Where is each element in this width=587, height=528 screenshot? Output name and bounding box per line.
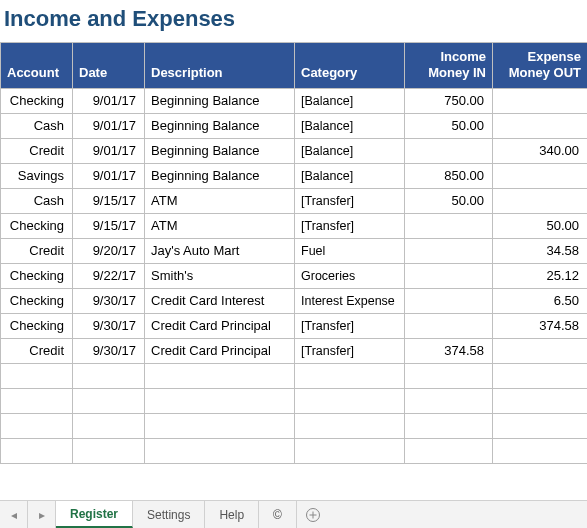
table-row[interactable] bbox=[1, 363, 588, 388]
cell-category[interactable]: [Transfer] bbox=[295, 213, 405, 238]
cell-description[interactable]: Jay's Auto Mart bbox=[145, 238, 295, 263]
cell-date[interactable] bbox=[73, 363, 145, 388]
table-row[interactable]: Checking9/30/17Credit Card Principal[Tra… bbox=[1, 313, 588, 338]
cell-date[interactable]: 9/01/17 bbox=[73, 138, 145, 163]
cell-category[interactable] bbox=[295, 438, 405, 463]
cell-income[interactable] bbox=[405, 388, 493, 413]
cell-description[interactable] bbox=[145, 363, 295, 388]
cell-account[interactable] bbox=[1, 438, 73, 463]
col-description[interactable]: Description bbox=[145, 43, 295, 89]
sheet-tab[interactable]: © bbox=[259, 501, 297, 528]
cell-expense[interactable]: 6.50 bbox=[493, 288, 588, 313]
cell-income[interactable] bbox=[405, 413, 493, 438]
transactions-table[interactable]: Account Date Description Category Income… bbox=[0, 42, 587, 464]
cell-date[interactable] bbox=[73, 413, 145, 438]
cell-category[interactable]: Fuel bbox=[295, 238, 405, 263]
cell-date[interactable]: 9/15/17 bbox=[73, 213, 145, 238]
cell-description[interactable]: Credit Card Principal bbox=[145, 313, 295, 338]
cell-expense[interactable] bbox=[493, 388, 588, 413]
cell-expense[interactable] bbox=[493, 163, 588, 188]
cell-category[interactable] bbox=[295, 388, 405, 413]
cell-income[interactable] bbox=[405, 238, 493, 263]
tab-nav-next[interactable]: ▸ bbox=[28, 501, 56, 528]
cell-expense[interactable]: 340.00 bbox=[493, 138, 588, 163]
cell-date[interactable]: 9/30/17 bbox=[73, 313, 145, 338]
cell-income[interactable]: 850.00 bbox=[405, 163, 493, 188]
table-row[interactable]: Credit9/20/17Jay's Auto MartFuel34.58 bbox=[1, 238, 588, 263]
table-row[interactable] bbox=[1, 388, 588, 413]
cell-account[interactable]: Cash bbox=[1, 188, 73, 213]
cell-category[interactable]: Interest Expense bbox=[295, 288, 405, 313]
cell-date[interactable]: 9/30/17 bbox=[73, 288, 145, 313]
cell-category[interactable] bbox=[295, 413, 405, 438]
cell-category[interactable]: [Balance] bbox=[295, 113, 405, 138]
cell-date[interactable]: 9/01/17 bbox=[73, 113, 145, 138]
cell-account[interactable]: Credit bbox=[1, 238, 73, 263]
cell-description[interactable]: Smith's bbox=[145, 263, 295, 288]
sheet-tab[interactable]: Register bbox=[56, 501, 133, 528]
cell-account[interactable]: Credit bbox=[1, 138, 73, 163]
cell-description[interactable] bbox=[145, 413, 295, 438]
table-row[interactable]: Credit9/30/17Credit Card Principal[Trans… bbox=[1, 338, 588, 363]
cell-date[interactable]: 9/20/17 bbox=[73, 238, 145, 263]
table-row[interactable]: Cash9/15/17ATM[Transfer]50.00 bbox=[1, 188, 588, 213]
tab-nav-prev[interactable]: ◂ bbox=[0, 501, 28, 528]
cell-income[interactable] bbox=[405, 438, 493, 463]
cell-date[interactable]: 9/30/17 bbox=[73, 338, 145, 363]
cell-expense[interactable] bbox=[493, 363, 588, 388]
cell-category[interactable]: [Balance] bbox=[295, 163, 405, 188]
cell-account[interactable] bbox=[1, 363, 73, 388]
cell-category[interactable]: [Balance] bbox=[295, 88, 405, 113]
cell-income[interactable] bbox=[405, 263, 493, 288]
cell-income[interactable] bbox=[405, 288, 493, 313]
cell-description[interactable] bbox=[145, 388, 295, 413]
cell-income[interactable]: 374.58 bbox=[405, 338, 493, 363]
cell-expense[interactable] bbox=[493, 438, 588, 463]
cell-category[interactable]: [Transfer] bbox=[295, 313, 405, 338]
cell-description[interactable]: Credit Card Interest bbox=[145, 288, 295, 313]
table-row[interactable]: Checking9/15/17ATM[Transfer]50.00 bbox=[1, 213, 588, 238]
cell-category[interactable]: [Balance] bbox=[295, 138, 405, 163]
table-row[interactable] bbox=[1, 438, 588, 463]
cell-account[interactable]: Checking bbox=[1, 288, 73, 313]
table-row[interactable]: Checking9/30/17Credit Card InterestInter… bbox=[1, 288, 588, 313]
cell-category[interactable]: [Transfer] bbox=[295, 188, 405, 213]
cell-account[interactable] bbox=[1, 388, 73, 413]
table-row[interactable]: Credit9/01/17Beginning Balance[Balance]3… bbox=[1, 138, 588, 163]
cell-expense[interactable] bbox=[493, 88, 588, 113]
cell-date[interactable]: 9/01/17 bbox=[73, 88, 145, 113]
cell-description[interactable]: Beginning Balance bbox=[145, 138, 295, 163]
cell-description[interactable]: Credit Card Principal bbox=[145, 338, 295, 363]
cell-expense[interactable]: 25.12 bbox=[493, 263, 588, 288]
cell-date[interactable] bbox=[73, 388, 145, 413]
cell-date[interactable]: 9/15/17 bbox=[73, 188, 145, 213]
cell-income[interactable]: 50.00 bbox=[405, 113, 493, 138]
cell-expense[interactable] bbox=[493, 188, 588, 213]
cell-account[interactable]: Cash bbox=[1, 113, 73, 138]
cell-expense[interactable]: 50.00 bbox=[493, 213, 588, 238]
table-row[interactable]: Savings9/01/17Beginning Balance[Balance]… bbox=[1, 163, 588, 188]
cell-expense[interactable]: 34.58 bbox=[493, 238, 588, 263]
col-category[interactable]: Category bbox=[295, 43, 405, 89]
cell-income[interactable] bbox=[405, 363, 493, 388]
cell-description[interactable] bbox=[145, 438, 295, 463]
cell-description[interactable]: ATM bbox=[145, 188, 295, 213]
table-row[interactable]: Cash9/01/17Beginning Balance[Balance]50.… bbox=[1, 113, 588, 138]
cell-expense[interactable]: 374.58 bbox=[493, 313, 588, 338]
cell-account[interactable]: Checking bbox=[1, 263, 73, 288]
cell-account[interactable] bbox=[1, 413, 73, 438]
table-row[interactable] bbox=[1, 413, 588, 438]
cell-description[interactable]: Beginning Balance bbox=[145, 88, 295, 113]
cell-income[interactable] bbox=[405, 213, 493, 238]
col-date[interactable]: Date bbox=[73, 43, 145, 89]
cell-description[interactable]: Beginning Balance bbox=[145, 113, 295, 138]
cell-date[interactable]: 9/22/17 bbox=[73, 263, 145, 288]
sheet-tab[interactable]: Help bbox=[205, 501, 259, 528]
cell-description[interactable]: Beginning Balance bbox=[145, 163, 295, 188]
cell-income[interactable] bbox=[405, 138, 493, 163]
col-account[interactable]: Account bbox=[1, 43, 73, 89]
cell-date[interactable] bbox=[73, 438, 145, 463]
add-sheet-button[interactable] bbox=[297, 501, 329, 528]
cell-date[interactable]: 9/01/17 bbox=[73, 163, 145, 188]
cell-category[interactable]: Groceries bbox=[295, 263, 405, 288]
